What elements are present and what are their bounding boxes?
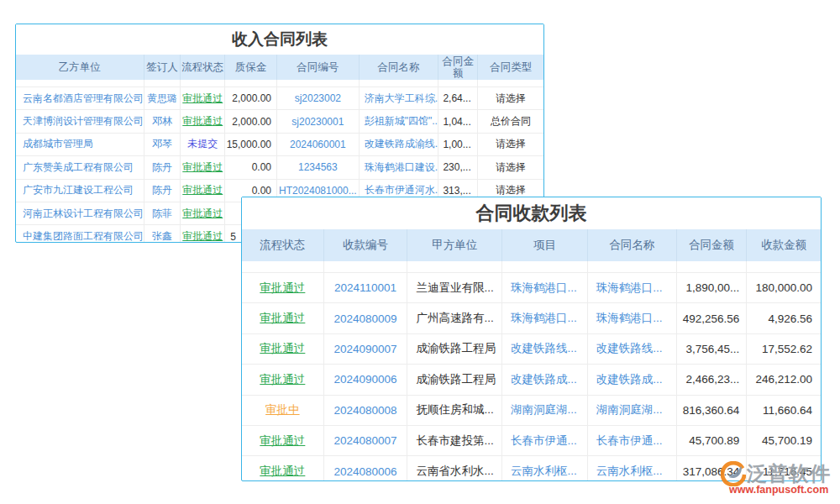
status-link[interactable]: 审批通过 bbox=[181, 110, 225, 132]
contract-no-link[interactable]: sj20230001 bbox=[277, 110, 360, 132]
scroll-gap-row bbox=[242, 261, 821, 272]
contract-type-select[interactable]: 请选择 bbox=[478, 87, 543, 109]
signer-link[interactable]: 邓林 bbox=[144, 110, 181, 132]
column-header: 合同金额 bbox=[677, 229, 748, 261]
project-link[interactable]: 云南水利枢... bbox=[502, 456, 588, 481]
contract-name-link[interactable]: 长春市伊通... bbox=[588, 426, 677, 455]
receipt-no-link[interactable]: 2024110001 bbox=[324, 273, 408, 302]
column-header: 乙方单位 bbox=[16, 55, 144, 80]
contract-no-link[interactable]: 1234563 bbox=[277, 156, 360, 178]
column-header: 合同名称 bbox=[588, 229, 677, 261]
contract-amount-value: 1,890,00... bbox=[677, 273, 748, 302]
project-link[interactable]: 珠海鹤港口... bbox=[502, 273, 588, 302]
receipt-no-link[interactable]: 2024080008 bbox=[324, 396, 408, 425]
gap-cell bbox=[277, 80, 360, 87]
gap-cell bbox=[747, 261, 821, 272]
gap-cell bbox=[181, 80, 225, 87]
contract-name-link[interactable]: 珠海鹤港口建设... bbox=[360, 156, 439, 178]
contract-no-link[interactable]: 2024060001 bbox=[277, 134, 360, 155]
signer-link[interactable]: 张鑫 bbox=[144, 225, 181, 243]
contract-name-link[interactable]: 济南大学工科综... bbox=[360, 87, 439, 109]
company-link[interactable]: 云南名都酒店管理有限公司 bbox=[16, 87, 144, 109]
company-link[interactable]: 成都城市管理局 bbox=[16, 134, 144, 155]
contract-name-link[interactable]: 彭祖新城"四馆"... bbox=[360, 110, 439, 132]
table-row: 审批通过2024090007成渝铁路工程局改建铁路线...改建铁路线...3,7… bbox=[242, 333, 821, 364]
status-link[interactable]: 审批中 bbox=[242, 396, 324, 425]
receipt-no-link[interactable]: 2024090006 bbox=[324, 365, 408, 394]
amount-value: 1,04... bbox=[438, 110, 478, 132]
contract-amount-value: 2,466,23... bbox=[677, 365, 748, 394]
signer-link[interactable]: 陈丹 bbox=[144, 180, 181, 202]
status-link[interactable]: 审批通过 bbox=[242, 426, 324, 455]
table-body: 审批通过2024110001兰迪置业有限...珠海鹤港口...珠海鹤港口...1… bbox=[242, 272, 821, 481]
contract-name-link[interactable]: 湖南洞庭湖... bbox=[588, 396, 677, 425]
company-link[interactable]: 广安市九江建设工程公司 bbox=[16, 180, 144, 202]
company-link[interactable]: 天津博润设计管理有限公司 bbox=[16, 110, 144, 132]
column-header: 签订人 bbox=[144, 55, 181, 80]
signer-link[interactable]: 陈菲 bbox=[144, 202, 181, 224]
receipt-no-link[interactable]: 2024080006 bbox=[324, 456, 408, 481]
contract-amount-value: 3,756,45... bbox=[677, 334, 748, 364]
project-link[interactable]: 改建铁路线... bbox=[502, 334, 588, 364]
status-link[interactable]: 审批通过 bbox=[181, 87, 225, 109]
deposit-value: 0.00 bbox=[225, 156, 277, 178]
status-link[interactable]: 审批通过 bbox=[242, 334, 324, 364]
company-link[interactable]: 广东赞美成工程有限公司 bbox=[16, 156, 144, 178]
company-link[interactable]: 中建集团路面工程有限公司 bbox=[16, 225, 144, 243]
project-link[interactable]: 珠海鹤港口... bbox=[502, 303, 588, 333]
gap-cell bbox=[242, 261, 324, 272]
column-header: 收款金额 bbox=[747, 229, 821, 261]
contract-name-link[interactable]: 珠海鹤港口... bbox=[588, 303, 677, 333]
project-link[interactable]: 长春市伊通... bbox=[502, 426, 588, 455]
status-link[interactable]: 审批通过 bbox=[242, 303, 324, 333]
amount-value: 230,... bbox=[438, 156, 478, 178]
contract-type-select[interactable]: 总价合同 bbox=[478, 110, 543, 132]
company-link[interactable]: 河南正林设计工程有限公司 bbox=[16, 202, 144, 224]
receipt-no-link[interactable]: 2024080009 bbox=[324, 303, 408, 333]
party-a-value: 成渝铁路工程局 bbox=[407, 365, 502, 394]
status-link[interactable]: 审批通过 bbox=[242, 273, 324, 302]
status-link[interactable]: 审批通过 bbox=[181, 202, 225, 224]
window-title-bar: 收入合同列表 bbox=[16, 24, 543, 55]
column-header: 合同金额 bbox=[438, 55, 478, 80]
window-title: 收入合同列表 bbox=[232, 29, 328, 50]
window-title-bar: 合同收款列表 bbox=[242, 197, 821, 229]
party-a-value: 广州高速路有... bbox=[407, 303, 502, 333]
receipt-amount-value: 180,000.00 bbox=[747, 273, 821, 302]
deposit-value: 15,000.00 bbox=[225, 134, 277, 155]
table-row: 审批通过2024080009广州高速路有...珠海鹤港口...珠海鹤港口...4… bbox=[242, 302, 821, 333]
contract-name-link[interactable]: 云南水利枢... bbox=[588, 456, 677, 481]
contract-name-link[interactable]: 改建铁路成渝线... bbox=[360, 134, 439, 155]
status-link[interactable]: 未提交 bbox=[181, 134, 225, 155]
contract-type-select[interactable]: 请选择 bbox=[478, 156, 543, 178]
table-row: 云南名都酒店管理有限公司黄思璐审批通过2,000.00sj2023002济南大学… bbox=[16, 87, 543, 109]
status-link[interactable]: 审批通过 bbox=[181, 156, 225, 178]
scroll-gap-row bbox=[16, 80, 543, 87]
contract-name-link[interactable]: 改建铁路成... bbox=[588, 365, 677, 394]
amount-value: 2,64... bbox=[438, 87, 478, 109]
receipt-no-link[interactable]: 2024080007 bbox=[324, 426, 408, 455]
signer-link[interactable]: 邓琴 bbox=[144, 134, 181, 155]
contract-amount-value: 492,256.56 bbox=[677, 303, 748, 333]
status-link[interactable]: 审批通过 bbox=[242, 365, 324, 394]
project-link[interactable]: 改建铁路成... bbox=[502, 365, 588, 394]
contract-name-link[interactable]: 改建铁路线... bbox=[588, 334, 677, 364]
column-header: 项目 bbox=[502, 229, 588, 261]
contract-receipt-list-window: 合同收款列表 流程状态收款编号甲方单位项目合同名称合同金额收款金额 审批通过20… bbox=[241, 197, 822, 481]
status-link[interactable]: 审批通过 bbox=[181, 225, 225, 243]
status-link[interactable]: 审批通过 bbox=[242, 456, 324, 481]
gap-cell bbox=[677, 261, 748, 272]
contract-type-select[interactable]: 请选择 bbox=[478, 134, 543, 155]
gap-cell bbox=[478, 80, 543, 87]
status-link[interactable]: 审批通过 bbox=[181, 180, 225, 202]
gap-cell bbox=[502, 261, 588, 272]
fanpu-watermark: 泛普软件 www.fanpusoft.com bbox=[721, 460, 831, 496]
contract-no-link[interactable]: sj2023002 bbox=[277, 87, 360, 109]
project-link[interactable]: 湖南洞庭湖... bbox=[502, 396, 588, 425]
signer-link[interactable]: 黄思璐 bbox=[144, 87, 181, 109]
receipt-no-link[interactable]: 2024090007 bbox=[324, 334, 408, 364]
fanpu-logo-icon bbox=[721, 461, 746, 486]
contract-name-link[interactable]: 珠海鹤港口... bbox=[588, 273, 677, 302]
column-header: 收款编号 bbox=[324, 229, 408, 261]
signer-link[interactable]: 陈丹 bbox=[144, 156, 181, 178]
